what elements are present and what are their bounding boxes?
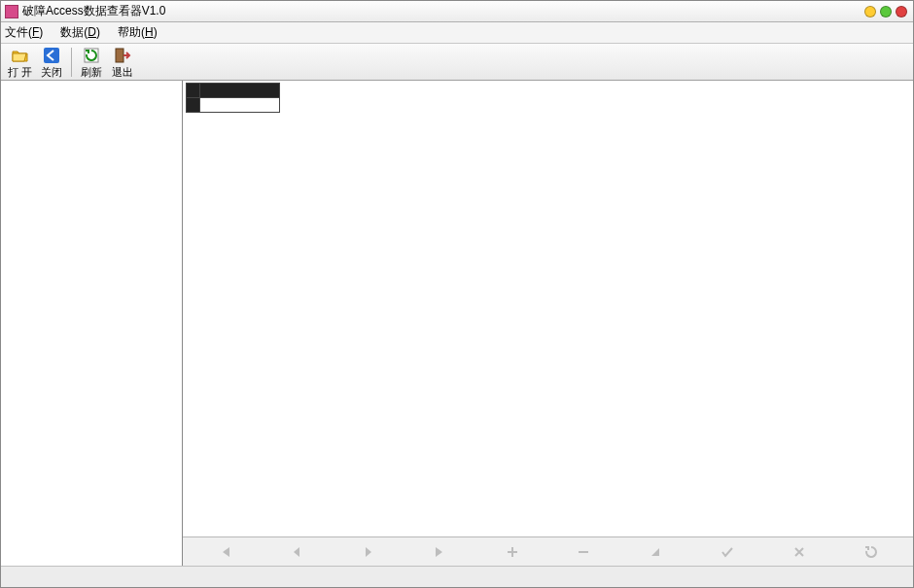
menu-data[interactable]: 数据(D) [60,24,100,41]
reload-icon [864,545,878,559]
svg-rect-3 [579,551,588,553]
column-header-1[interactable] [200,84,280,98]
nav-last-button[interactable] [411,541,470,563]
open-label: 打 开 [8,65,32,80]
db-navigator [183,536,913,566]
grid-table [186,83,280,113]
first-icon [218,545,231,559]
exit-door-icon [114,47,131,64]
cell[interactable] [200,98,280,113]
nav-first-button[interactable] [195,541,254,563]
refresh-label: 刷新 [81,65,102,80]
maximize-button[interactable] [880,6,892,17]
close-button[interactable]: 关闭 [37,46,66,81]
minus-icon [577,545,590,559]
nav-prev-button[interactable] [267,541,326,563]
titlebar: 破障Access数据查看器V1.0 [1,1,913,22]
menu-help[interactable]: 帮助(H) [118,24,158,41]
menubar: 文件(F) 数据(D) 帮助(H) [1,22,913,44]
app-window: 破障Access数据查看器V1.0 文件(F) 数据(D) 帮助(H) 打 开 [0,0,914,588]
refresh-button[interactable]: 刷新 [77,46,106,81]
nav-edit-button[interactable] [626,541,685,563]
folder-open-icon [12,47,29,64]
minimize-button[interactable] [864,6,876,17]
toolbar: 打 开 关闭 刷新 退出 [1,44,913,81]
toolbar-separator [71,48,72,77]
nav-post-button[interactable] [698,541,756,563]
menu-file[interactable]: 文件(F) [5,24,43,41]
x-icon [792,545,806,559]
last-icon [434,545,447,559]
nav-refresh-button[interactable] [842,541,900,563]
prev-icon [290,545,303,559]
exit-label: 退出 [112,65,133,80]
close-label: 关闭 [41,65,62,80]
window-controls [864,6,907,17]
status-bar [1,566,913,587]
refresh-icon [83,47,100,64]
close-window-button[interactable] [896,6,907,17]
app-icon [5,5,18,18]
check-icon [721,545,734,559]
main-panel [183,81,913,566]
svg-rect-2 [116,49,123,62]
client-area [1,81,913,566]
nav-next-button[interactable] [339,541,398,563]
open-button[interactable]: 打 开 [5,46,35,81]
svg-rect-0 [44,48,59,63]
nav-cancel-button[interactable] [770,541,828,563]
plus-icon [506,545,519,559]
window-title: 破障Access数据查看器V1.0 [22,3,861,19]
data-grid[interactable] [183,81,913,536]
edit-triangle-icon [649,545,662,559]
nav-delete-button[interactable] [554,541,613,563]
back-arrow-icon [43,47,60,64]
exit-button[interactable]: 退出 [108,46,137,81]
row-header[interactable] [187,98,200,113]
table-row[interactable] [187,98,280,113]
nav-insert-button[interactable] [483,541,542,563]
next-icon [362,545,375,559]
row-header-corner[interactable] [187,84,200,98]
table-list-sidebar[interactable] [1,81,183,566]
